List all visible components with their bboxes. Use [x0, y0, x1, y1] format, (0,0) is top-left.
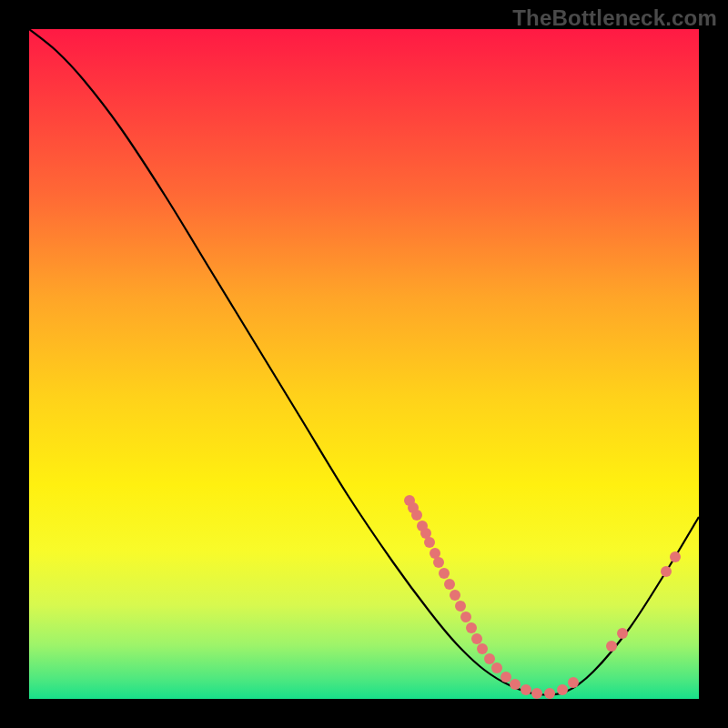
data-dot [439, 568, 450, 579]
data-dot [544, 688, 555, 699]
data-dot [424, 537, 435, 548]
data-dot [661, 566, 672, 577]
data-dots [404, 495, 681, 699]
data-dot [433, 557, 444, 568]
watermark-label: TheBottleneck.com [512, 5, 717, 31]
chart-frame: TheBottleneck.com [0, 0, 728, 728]
bottleneck-curve [29, 29, 699, 695]
data-dot [491, 662, 502, 673]
data-dot [557, 684, 568, 695]
data-dot [510, 679, 521, 690]
data-dot [521, 684, 531, 695]
data-dot [500, 672, 511, 682]
data-dot [471, 633, 482, 644]
data-dot [444, 579, 455, 590]
data-dot [411, 510, 422, 521]
data-dot [606, 641, 617, 652]
data-dot [477, 643, 488, 654]
data-dot [450, 590, 460, 601]
data-dot [617, 628, 628, 639]
data-dot [484, 653, 495, 664]
data-dot [466, 622, 477, 633]
plot-area [29, 29, 699, 699]
data-dot [460, 612, 471, 622]
data-dot [568, 677, 579, 688]
data-dot [670, 551, 681, 562]
bottleneck-curve-svg [29, 29, 699, 699]
data-dot [455, 601, 466, 612]
data-dot [531, 688, 542, 699]
